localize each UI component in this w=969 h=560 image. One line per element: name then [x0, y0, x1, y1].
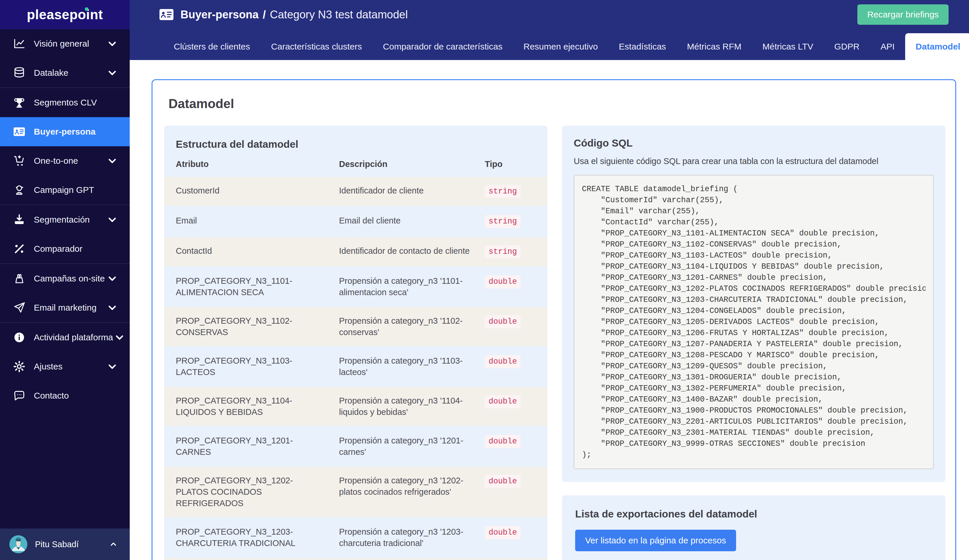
- cell-type: double: [485, 267, 548, 307]
- chevron-down-icon: [113, 331, 126, 344]
- assistant-icon: [13, 184, 26, 196]
- sidebar-item-label: Comparador: [34, 244, 119, 254]
- cell-attribute: PROP_CATEGORY_N3_1102-CONSERVAS: [164, 307, 339, 347]
- cell-description: Propensión a category_n3 '1104-liquidos …: [339, 387, 485, 427]
- cell-attribute: Email: [164, 206, 339, 237]
- id-card-icon: [159, 8, 174, 21]
- sidebar-item-label: Actividad plataforma: [34, 332, 113, 342]
- tab-gdpr[interactable]: GDPR: [824, 33, 870, 60]
- app-root: pleasepoint Visión generalDatalakeSegmen…: [0, 0, 969, 560]
- column-header-descripcion: Descripción: [339, 154, 485, 176]
- table-row: PROP_CATEGORY_N3_1203-CHARCUTERIA TRADIC…: [164, 518, 548, 558]
- sidebar-item-label: Contacto: [34, 391, 119, 400]
- two-column-layout: Estructura del datamodel Atributo Descri…: [164, 126, 944, 560]
- sidebar-item-ajustes[interactable]: Ajustes: [0, 352, 130, 381]
- chevron-down-icon: [106, 66, 119, 79]
- sidebar-item-segmentacion[interactable]: Segmentación: [0, 205, 130, 234]
- avatar: [9, 535, 27, 553]
- table-row: PROP_CATEGORY_N3_1201-CARNESPropensión a…: [164, 427, 548, 467]
- tab-caracteristicas-clusters[interactable]: Características clusters: [261, 33, 373, 60]
- percent-icon: [13, 243, 26, 255]
- type-badge: double: [485, 435, 521, 448]
- tab-comparador-de-caracteristicas[interactable]: Comparador de características: [373, 33, 513, 60]
- logo-text: pleasepoint: [27, 7, 103, 22]
- sidebar-item-email-marketing[interactable]: Email marketing: [0, 293, 130, 322]
- cell-attribute: PROP_CATEGORY_N3_1103-LACTEOS: [164, 347, 339, 387]
- sidebar-item-datalake[interactable]: Datalake: [0, 58, 130, 87]
- sidebar: pleasepoint Visión generalDatalakeSegmen…: [0, 0, 130, 560]
- cell-description: Propensión a category_n3 '1203-charcuter…: [339, 518, 485, 558]
- type-badge: double: [485, 355, 521, 368]
- cell-attribute: PROP_CATEGORY_N3_1104-LIQUIDOS Y BEBIDAS: [164, 387, 339, 427]
- breadcrumb-page: Category N3 test datamodel: [270, 8, 408, 21]
- main-area: Buyer-persona / Category N3 test datamod…: [130, 0, 969, 560]
- cell-description: Propensión a category_n3 '1101-alimentac…: [339, 267, 485, 307]
- chevron-down-icon: [106, 360, 119, 373]
- sidebar-item-comparador[interactable]: Comparador: [0, 234, 130, 263]
- download-icon: [13, 213, 26, 226]
- id-card-icon: [13, 125, 26, 138]
- chevron-down-icon: [106, 301, 119, 314]
- sidebar-item-vision-general[interactable]: Visión general: [0, 29, 130, 58]
- sidebar-item-label: Datalake: [34, 68, 106, 78]
- sidebar-item-label: Buyer-persona: [34, 127, 119, 137]
- sidebar-item-segmentos-clv[interactable]: Segmentos CLV: [0, 88, 130, 117]
- cell-type: string: [485, 237, 548, 267]
- reload-briefings-button[interactable]: Recargar briefings: [857, 4, 949, 25]
- table-row: PROP_CATEGORY_N3_1101-ALIMENTACION SECAP…: [164, 267, 548, 307]
- table-row: ContactIdIdentificador de contacto de cl…: [164, 237, 548, 267]
- sidebar-item-contacto[interactable]: Contacto: [0, 381, 130, 410]
- datamodel-table: Atributo Descripción Tipo CustomerIdIden…: [164, 154, 548, 560]
- tab-metricas-rfm[interactable]: Métricas RFM: [677, 33, 752, 60]
- view-processes-button[interactable]: Ver listado en la página de procesos: [575, 530, 736, 551]
- cell-attribute: PROP_CATEGORY_N3_1101-ALIMENTACION SECA: [164, 267, 339, 307]
- sidebar-item-campaign-gpt[interactable]: Campaign GPT: [0, 175, 130, 204]
- cell-type: double: [485, 387, 548, 427]
- sql-code: CREATE TABLE datamodel_briefing ( "Custo…: [582, 184, 926, 460]
- type-badge: double: [485, 526, 521, 539]
- sidebar-item-label: Email marketing: [34, 303, 106, 312]
- structure-title: Estructura del datamodel: [164, 126, 548, 154]
- right-column: Código SQL Usa el siguiente código SQL p…: [562, 126, 946, 560]
- sql-panel: Código SQL Usa el siguiente código SQL p…: [562, 126, 946, 482]
- tab-datamodel[interactable]: Datamodel: [905, 33, 969, 60]
- tab-resumen-ejecutivo[interactable]: Resumen ejecutivo: [513, 33, 608, 60]
- cell-type: double: [485, 518, 548, 558]
- breadcrumb-section[interactable]: Buyer-persona: [180, 8, 258, 21]
- table-header-row: Atributo Descripción Tipo: [164, 154, 548, 176]
- column-header-atributo: Atributo: [164, 154, 339, 176]
- cell-description: Propensión a category_n3 '1201-carnes': [339, 427, 485, 467]
- sql-title: Código SQL: [574, 137, 934, 149]
- cell-attribute: PROP_CATEGORY_N3_1204-CONGELADOS: [164, 558, 339, 560]
- table-row: EmailEmail del clientestring: [164, 206, 548, 237]
- table-row: PROP_CATEGORY_N3_1202-PLATOS COCINADOS R…: [164, 467, 548, 518]
- info-icon: [13, 331, 26, 344]
- type-badge: string: [485, 215, 521, 228]
- user-menu[interactable]: Pitu Sabadí: [0, 528, 130, 560]
- type-badge: double: [485, 275, 521, 288]
- tab-api[interactable]: API: [870, 33, 905, 60]
- cart-plus-icon: [13, 155, 26, 167]
- sidebar-item-label: Ajustes: [34, 362, 106, 372]
- structure-panel: Estructura del datamodel Atributo Descri…: [164, 126, 548, 560]
- tab-clusters-de-clientes[interactable]: Clústers de clientes: [163, 33, 261, 60]
- tab-estadisticas[interactable]: Estadísticas: [608, 33, 677, 60]
- tab-metricas-ltv[interactable]: Métricas LTV: [752, 33, 824, 60]
- page-title: Datamodel: [168, 96, 944, 111]
- sidebar-item-label: Visión general: [34, 39, 106, 49]
- sidebar-item-campanas-on-site[interactable]: Campañas on-site: [0, 264, 130, 293]
- sidebar-spacer: [0, 410, 130, 528]
- logo[interactable]: pleasepoint: [0, 0, 130, 29]
- sql-description: Usa el siguiente código SQL para crear u…: [574, 156, 934, 166]
- content: Datamodel Estructura del datamodel Atrib…: [130, 60, 969, 560]
- sidebar-item-actividad-plataforma[interactable]: Actividad plataforma: [0, 323, 130, 352]
- cell-attribute: PROP_CATEGORY_N3_1203-CHARCUTERIA TRADIC…: [164, 518, 339, 558]
- type-badge: double: [485, 315, 521, 328]
- sidebar-item-one-to-one[interactable]: One-to-one: [0, 146, 130, 175]
- trophy-icon: [13, 96, 26, 109]
- sidebar-item-buyer-persona[interactable]: Buyer-persona: [0, 117, 130, 146]
- top-bar: Buyer-persona / Category N3 test datamod…: [130, 0, 969, 29]
- type-badge: double: [485, 475, 521, 488]
- database-icon: [13, 66, 26, 79]
- cell-description: Propensión a category_n3 '1102-conservas…: [339, 307, 485, 347]
